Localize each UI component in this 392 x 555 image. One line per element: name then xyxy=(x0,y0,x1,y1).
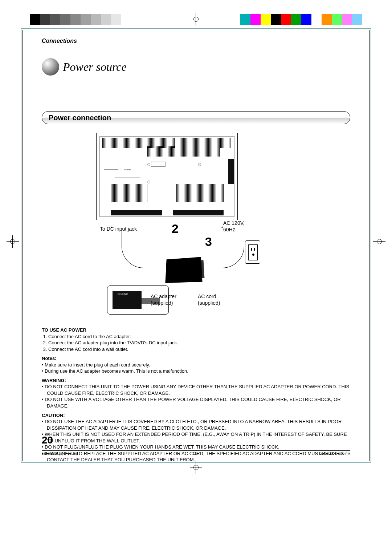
step-marker-3: 3 xyxy=(205,235,212,249)
list-item: Connect the AC cord into a wall outlet. xyxy=(48,346,350,353)
content-area: Connections Power source Power connectio… xyxy=(42,38,350,463)
registration-crosshair-bottom xyxy=(190,461,202,474)
list-item: DO NOT CONNECT THIS UNIT TO THE POWER US… xyxy=(42,384,350,396)
caution-heading: CAUTION: xyxy=(42,412,350,419)
section-label: Connections xyxy=(42,38,350,44)
list-item: Make sure to insert the plug of each cor… xyxy=(42,362,350,368)
instructions-block: TO USE AC POWER Connect the AC cord to t… xyxy=(42,327,350,463)
subheading-bar: Power connection xyxy=(42,111,350,124)
sphere-bullet-icon xyxy=(42,58,59,76)
notes-list: Make sure to insert the plug of each cor… xyxy=(42,362,350,374)
label-ac-cord: AC cord (supplied) xyxy=(198,293,220,306)
page-number: 20 xyxy=(42,434,53,446)
instructions-list: Connect the AC cord to the AC adapter.Co… xyxy=(48,333,350,353)
notes-heading: Notes: xyxy=(42,355,350,362)
dc-cord xyxy=(122,228,172,268)
list-item: During use the AC adapter becomes warm. … xyxy=(42,368,350,374)
label-ac-voltage: AC 120V, 60Hz xyxy=(223,220,245,233)
registration-bar-color xyxy=(240,14,362,25)
list-item: DO NOT PLUG/UNPLUG THE PLUG WHEN YOUR HA… xyxy=(42,444,350,450)
subheading: Power connection xyxy=(49,114,111,122)
footer-right: 21/02/2006, 8:39 PM xyxy=(320,452,350,458)
caution-sticker: CAUTION xyxy=(115,168,140,178)
label-dc-input: To DC input jack xyxy=(100,226,137,232)
registration-crosshair-right xyxy=(373,235,385,248)
registration-bar-grayscale xyxy=(30,14,152,25)
step-marker-2: 2 xyxy=(172,222,179,236)
tv-rear-panel: CAUTION xyxy=(96,133,238,220)
registration-crosshair-left xyxy=(7,235,19,248)
page-root: Connections Power source Power connectio… xyxy=(0,0,392,555)
wall-outlet xyxy=(245,240,260,264)
list-item: DO NOT USE WITH A VOLTAGE OTHER THAN THE… xyxy=(42,396,350,409)
instructions-heading: TO USE AC POWER xyxy=(42,327,350,333)
warning-list: DO NOT CONNECT THIS UNIT TO THE POWER US… xyxy=(42,384,350,409)
footer-left: J5X00221A [E] (P14-25) xyxy=(42,452,77,458)
label-ac-adapter: AC adapter (supplied) xyxy=(151,293,176,306)
page-title: Power source xyxy=(63,60,127,74)
title-row: Power source xyxy=(42,58,350,76)
footer-mid: 20 xyxy=(194,452,198,455)
registration-crosshair-top xyxy=(190,13,202,25)
list-item: Connect the AC adapter plug into the TV/… xyxy=(48,340,350,346)
print-footer: J5X00221A [E] (P14-25) 20 21/02/2006, 8:… xyxy=(42,450,350,458)
warning-heading: WARNING: xyxy=(42,377,350,384)
wiring-diagram: CAUTION DC-INPUT 1 2 3 To DC input xyxy=(42,133,350,318)
list-item: Connect the AC cord to the AC adapter. xyxy=(48,333,350,340)
list-item: WHEN THIS UNIT IS NOT USED FOR AN EXTEND… xyxy=(42,431,350,444)
list-item: DO NOT USE THE AC ADAPTER IF IT IS COVER… xyxy=(42,418,350,431)
step-marker-1: 1 xyxy=(192,267,199,281)
